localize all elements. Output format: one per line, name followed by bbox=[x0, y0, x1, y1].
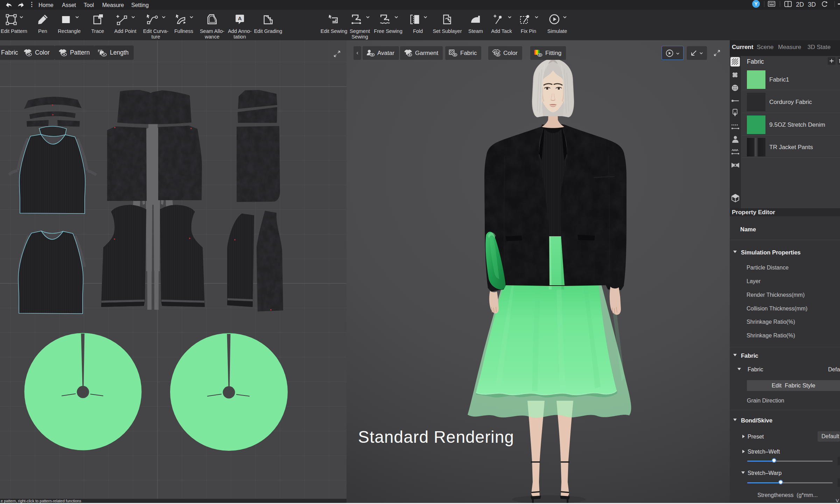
svg-text:A: A bbox=[238, 15, 242, 21]
